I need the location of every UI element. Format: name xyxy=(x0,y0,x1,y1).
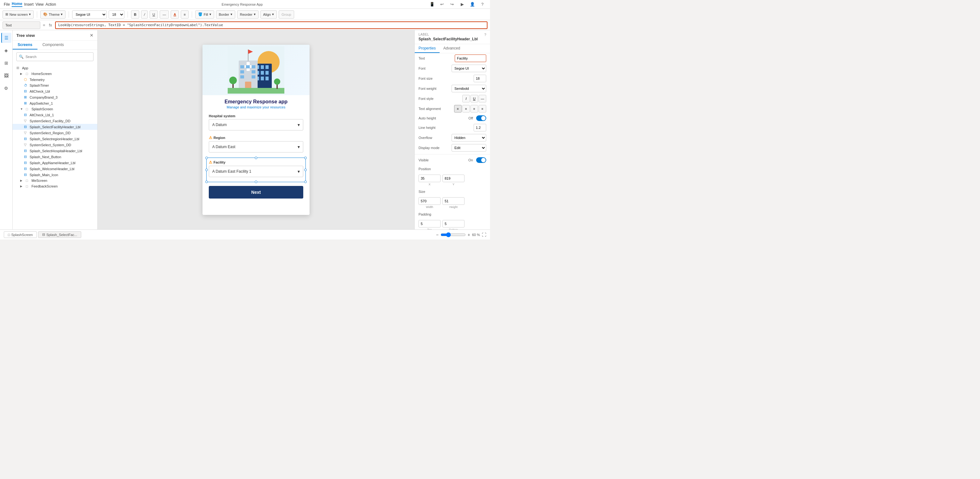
tree-item-telemetry[interactable]: ⬡ Telemetry xyxy=(13,77,97,83)
strikethrough-button[interactable]: — xyxy=(160,10,169,19)
border-button[interactable]: Border ▾ xyxy=(216,10,235,19)
bold-button[interactable]: B xyxy=(131,10,139,19)
canvas-area[interactable]: Emergency Response app Manage and maximi… xyxy=(98,30,414,230)
redo-icon[interactable]: ↪ xyxy=(449,1,456,8)
font-size-input[interactable] xyxy=(474,75,486,82)
status-tab-splash-selectfac[interactable]: ⊟ Splash_SelectFac... xyxy=(38,231,81,238)
tab-components[interactable]: Components xyxy=(38,41,69,49)
theme-button[interactable]: 🎨 Theme ▾ xyxy=(40,10,65,19)
align-center-button[interactable]: ≡ xyxy=(462,105,470,112)
tree-item-splash-appname[interactable]: ⊟ Splash_AppNameHeader_Lbl xyxy=(13,160,97,166)
region-dropdown[interactable]: A Datum East ▾ xyxy=(209,141,303,153)
menu-insert[interactable]: Insert xyxy=(24,2,34,6)
sidebar-settings-icon[interactable]: ⚙ xyxy=(1,83,11,93)
zoom-slider[interactable] xyxy=(441,232,466,237)
visible-toggle[interactable] xyxy=(476,157,486,163)
tree-item-homescreen[interactable]: ▶ □ HomeScreen xyxy=(13,71,97,77)
text-input[interactable] xyxy=(455,54,486,62)
search-input[interactable] xyxy=(16,52,94,61)
tree-item-app[interactable]: ⊞ App xyxy=(13,65,97,71)
tree-item-splash-selectfacility[interactable]: ⊟ Splash_SelectFacilityHeader_Lbl ⋯ xyxy=(13,124,97,130)
tree-item-splash-welcome[interactable]: ⊟ Splash_WelcomeHeader_Lbl xyxy=(13,166,97,172)
auto-height-toggle[interactable] xyxy=(476,115,486,121)
tree-item-feedbackscreen[interactable]: ▶ □ FeedbackScreen xyxy=(13,184,97,189)
group-button[interactable]: Group xyxy=(279,10,294,19)
align-justify-button[interactable]: ≡ xyxy=(479,105,486,112)
overflow-select[interactable]: Hidden xyxy=(452,134,486,142)
person-icon[interactable]: 👤 xyxy=(469,1,476,8)
fill-button[interactable]: 🪣 Fill ▾ xyxy=(195,10,214,19)
tree-item-appswitcher[interactable]: ⊞ AppSwitcher_1 xyxy=(13,100,97,106)
underline-style-button[interactable]: U xyxy=(471,95,478,102)
tree-item-altcheck-lbl-1[interactable]: ⊟ AltCheck_Lbl_1 xyxy=(13,112,97,118)
text-align-button[interactable]: ≡ xyxy=(181,10,188,19)
tree-item-splash-selecthospital[interactable]: ⊟ Splash_SelectHospitalHeader_Lbl xyxy=(13,148,97,154)
tab-properties[interactable]: Properties xyxy=(415,44,440,53)
italic-button[interactable]: / xyxy=(141,10,148,19)
help-icon[interactable]: ? xyxy=(479,1,486,8)
fit-screen-button[interactable]: ⛶ xyxy=(482,232,486,237)
text-color-button[interactable]: A xyxy=(171,10,179,19)
display-mode-select[interactable]: Edit xyxy=(452,144,486,152)
reorder-button[interactable]: Reorder ▾ xyxy=(237,10,259,19)
sidebar-tree-icon[interactable]: ☰ xyxy=(1,33,11,43)
formula-label[interactable]: Text xyxy=(3,21,40,29)
tree-item-splashtimer[interactable]: ⏱ SplashTimer xyxy=(13,83,97,88)
underline-button[interactable]: U xyxy=(150,10,158,19)
undo-icon[interactable]: ↩ xyxy=(438,1,446,8)
new-screen-button[interactable]: ⊞ New screen ▾ xyxy=(3,10,34,19)
zoom-in-button[interactable]: + xyxy=(468,232,470,237)
tree-item-systemselect-region[interactable]: ▽ SystemSelect_Region_DD xyxy=(13,130,97,136)
tree-item-splash-selectregion[interactable]: ⊟ Splash_SelectregionHeader_Lbl xyxy=(13,136,97,142)
font-select[interactable]: Segoe UI xyxy=(452,65,486,72)
tree-item-altcheck-lbl[interactable]: ⊟ AltCheck_Lbl xyxy=(13,88,97,94)
handle-bottom-right[interactable] xyxy=(304,180,307,183)
size-width-input[interactable] xyxy=(418,197,441,205)
menu-view[interactable]: View xyxy=(36,2,44,6)
menu-action[interactable]: Action xyxy=(46,2,56,6)
tree-item-systemselect-facility[interactable]: ▽ SystemSelect_Facility_DD xyxy=(13,118,97,124)
align-right-button[interactable]: ≡ xyxy=(471,105,478,112)
strikethrough-style-button[interactable]: — xyxy=(479,95,486,102)
size-height-input[interactable] xyxy=(442,197,465,205)
padding-bottom-input[interactable] xyxy=(442,220,465,228)
formula-fx-button[interactable]: fx xyxy=(48,23,53,27)
next-button[interactable]: Next xyxy=(209,186,303,198)
font-weight-select[interactable]: Semibold xyxy=(452,85,486,92)
tree-item-companybrand[interactable]: ⊞ CompanyBrand_3 xyxy=(13,94,97,100)
status-tab-splashscreen[interactable]: □ SplashScreen xyxy=(4,231,37,238)
menu-home[interactable]: Home xyxy=(12,2,22,7)
tree-item-splash-next[interactable]: ⊟ Splash_Next_Button xyxy=(13,154,97,160)
align-left-button[interactable]: ≡ xyxy=(454,105,462,112)
line-height-input[interactable] xyxy=(474,124,486,131)
italic-style-button[interactable]: I xyxy=(462,95,470,102)
zoom-out-button[interactable]: − xyxy=(436,232,439,237)
handle-bottom-left[interactable] xyxy=(205,180,208,183)
sidebar-media-icon[interactable]: 🖼 xyxy=(1,70,11,81)
tree-item-mescreen[interactable]: ▶ □ MeScreen xyxy=(13,178,97,184)
tab-screens[interactable]: Screens xyxy=(13,41,38,49)
hospital-system-dropdown[interactable]: A Datum ▾ xyxy=(209,119,303,131)
help-circle-icon[interactable]: ? xyxy=(484,33,486,37)
position-x-input[interactable] xyxy=(418,175,441,182)
tree-close-button[interactable]: ✕ xyxy=(90,33,94,38)
play-icon[interactable]: ▶ xyxy=(458,1,466,8)
font-family-select[interactable]: Segoe UI xyxy=(72,10,107,19)
sidebar-data-icon[interactable]: ⊞ xyxy=(1,58,11,68)
align-button[interactable]: Align ▾ xyxy=(261,10,277,19)
sidebar-components-icon[interactable]: ◈ xyxy=(1,45,11,56)
handle-middle-right[interactable] xyxy=(304,169,307,171)
padding-top-input[interactable] xyxy=(418,220,441,228)
handle-bottom-middle[interactable] xyxy=(255,180,257,183)
font-size-select[interactable]: 18 xyxy=(109,10,124,19)
phone-icon[interactable]: 📱 xyxy=(428,1,436,8)
position-y-input[interactable] xyxy=(442,175,465,182)
formula-input[interactable]: LookUp(resourceStrings, TextID = "Splash… xyxy=(55,21,487,29)
menu-file[interactable]: File xyxy=(4,2,10,6)
tab-advanced[interactable]: Advanced xyxy=(440,44,464,53)
tree-item-splash-icon[interactable]: ⊟ Splash_Main_Icon xyxy=(13,172,97,178)
handle-middle-left[interactable] xyxy=(205,169,208,171)
tree-item-splashscreen[interactable]: ▼ □ SplashScreen xyxy=(13,106,97,112)
facility-dropdown[interactable]: A Datum East Facility 1 ▾ xyxy=(209,166,303,177)
tree-item-systemselect-system[interactable]: ▽ SystemSelect_System_DD xyxy=(13,142,97,148)
